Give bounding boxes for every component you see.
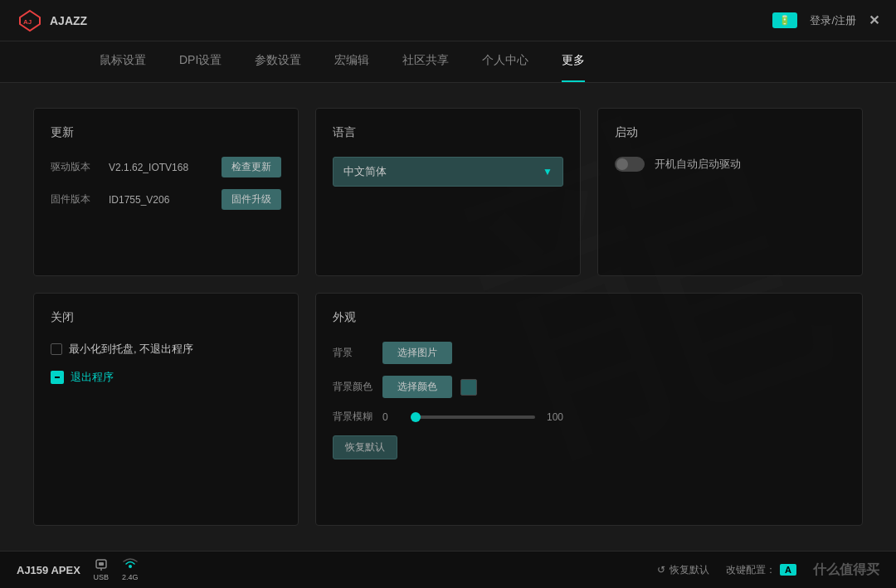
color-swatch — [460, 379, 477, 396]
nav-bar: 鼠标设置 DPI设置 参数设置 宏编辑 社区共享 个人中心 更多 — [0, 41, 896, 83]
nav-community-share[interactable]: 社区共享 — [402, 41, 449, 82]
blur-min-value: 0 — [382, 411, 399, 423]
nav-mouse-settings[interactable]: 鼠标设置 — [100, 41, 146, 82]
startup-card: 启动 开机自动启动驱动 — [597, 108, 863, 276]
title-bar-left: AJ AJAZZ — [17, 7, 87, 34]
wireless-label: 2.4G — [122, 573, 139, 581]
bg-row: 背景 选择图片 — [333, 342, 845, 364]
watermark-text: 什么值得买 — [813, 561, 879, 579]
app-name: AJAZZ — [50, 14, 87, 27]
toggle-thumb — [616, 158, 628, 170]
exit-icon — [51, 371, 64, 384]
language-card: 语言 中文简体 ▼ — [315, 108, 581, 276]
bg-label: 背景 — [333, 346, 374, 360]
status-right: ↺ 恢复默认 改键配置： A 什么值得买 — [657, 561, 879, 579]
language-select[interactable]: 中文简体 ▼ — [333, 157, 563, 187]
nav-dpi-settings[interactable]: DPI设置 — [179, 41, 222, 82]
battery-indicator: 🔋 — [772, 12, 797, 28]
config-badge: A — [780, 564, 796, 576]
minimize-checkbox[interactable] — [51, 343, 62, 355]
device-name: AJ159 APEX — [17, 564, 80, 576]
bg-blur-label: 背景模糊 — [333, 410, 374, 424]
exit-label: 退出程序 — [71, 370, 114, 385]
blur-max-value: 100 — [547, 411, 563, 423]
firmware-upgrade-button[interactable]: 固件升级 — [222, 189, 281, 210]
bg-color-label: 背景颜色 — [333, 380, 374, 394]
status-config: 改键配置： A — [726, 563, 796, 577]
status-restore-button[interactable]: ↺ 恢复默认 — [657, 563, 709, 577]
update-card-title: 更新 — [51, 125, 281, 140]
language-card-title: 语言 — [333, 125, 563, 140]
nav-more[interactable]: 更多 — [562, 41, 585, 82]
startup-card-title: 启动 — [615, 125, 845, 140]
wireless-icon — [122, 558, 139, 571]
usb-label: USB — [94, 573, 110, 581]
restore-row: 恢复默认 — [333, 435, 845, 459]
language-selected: 中文简体 — [343, 164, 387, 179]
wireless-icon-group: 2.4G — [122, 558, 139, 581]
driver-label: 驱动版本 — [51, 160, 96, 174]
login-button[interactable]: 登录/注册 — [810, 13, 856, 28]
minimize-row[interactable]: 最小化到托盘, 不退出程序 — [51, 342, 281, 357]
appearance-card-title: 外观 — [333, 310, 845, 325]
close-card: 关闭 最小化到托盘, 不退出程序 退出程序 — [33, 293, 299, 526]
firmware-value: ID1755_V206 — [109, 194, 209, 206]
startup-label: 开机自动启动驱动 — [655, 157, 741, 172]
nav-macro-edit[interactable]: 宏编辑 — [334, 41, 369, 82]
bg-color-row: 背景颜色 选择颜色 — [333, 376, 845, 398]
svg-point-8 — [129, 565, 132, 568]
title-bar: AJ AJAZZ 🔋 登录/注册 ✕ — [0, 0, 896, 41]
check-update-button[interactable]: 检查更新 — [222, 157, 281, 177]
ajazz-logo: AJ — [17, 7, 43, 34]
close-card-title: 关闭 — [51, 310, 281, 325]
exit-row[interactable]: 退出程序 — [51, 370, 281, 385]
nav-param-settings[interactable]: 参数设置 — [255, 41, 301, 82]
driver-row: 驱动版本 V2.1.62_IOTV168 检查更新 — [51, 157, 281, 177]
firmware-row: 固件版本 ID1755_V206 固件升级 — [51, 189, 281, 210]
svg-rect-6 — [99, 562, 104, 566]
language-dropdown-arrow: ▼ — [543, 166, 553, 177]
blur-slider[interactable] — [411, 415, 535, 419]
usb-icon-group: USB — [93, 558, 110, 581]
restore-icon: ↺ — [657, 564, 665, 576]
svg-text:AJ: AJ — [23, 18, 32, 26]
usb-icon — [93, 558, 110, 571]
status-restore-label: 恢复默认 — [670, 563, 709, 577]
startup-row: 开机自动启动驱动 — [615, 157, 845, 172]
close-button[interactable]: ✕ — [869, 12, 879, 28]
restore-default-button[interactable]: 恢复默认 — [333, 435, 397, 459]
status-bar: AJ159 APEX USB 2.4G ↺ 恢复默认 改键配置： A 什么值得买 — [0, 551, 896, 588]
title-bar-right: 🔋 登录/注册 ✕ — [772, 12, 879, 28]
main-content: 更新 驱动版本 V2.1.62_IOTV168 检查更新 固件版本 ID1755… — [0, 83, 896, 551]
firmware-label: 固件版本 — [51, 192, 96, 207]
appearance-card: 外观 背景 选择图片 背景颜色 选择颜色 背景模糊 0 100 恢复默认 — [315, 293, 863, 526]
startup-toggle[interactable] — [615, 157, 645, 172]
bg-blur-row: 背景模糊 0 100 — [333, 410, 845, 424]
minimize-label: 最小化到托盘, 不退出程序 — [69, 342, 193, 357]
update-card: 更新 驱动版本 V2.1.62_IOTV168 检查更新 固件版本 ID1755… — [33, 108, 299, 276]
battery-icon-symbol: 🔋 — [779, 15, 791, 26]
nav-personal-center[interactable]: 个人中心 — [482, 41, 528, 82]
choose-color-button[interactable]: 选择颜色 — [382, 376, 452, 398]
config-label: 改键配置： — [726, 563, 776, 577]
choose-image-button[interactable]: 选择图片 — [382, 342, 452, 364]
driver-value: V2.1.62_IOTV168 — [109, 162, 209, 173]
